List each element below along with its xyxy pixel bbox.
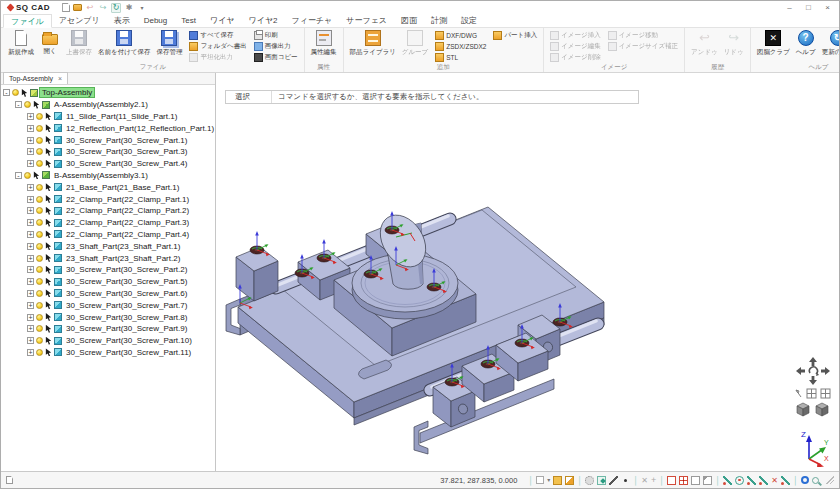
zoom-indicator-icon[interactable] <box>801 476 809 484</box>
tree-row[interactable]: + 30_Screw_Part(30_Screw_Part.3) <box>1 146 215 158</box>
ribbon-button[interactable]: グループ <box>399 29 431 57</box>
tree-node-label[interactable]: 30_Screw_Part(30_Screw_Part.11) <box>64 348 193 357</box>
menu-tab[interactable]: ファイル <box>3 14 52 28</box>
plus-cursor-toggle[interactable]: + <box>651 476 656 485</box>
ribbon-button[interactable]: ヘルプ <box>793 29 819 57</box>
snap-midpoint-toggle[interactable] <box>747 476 756 485</box>
ribbon-button-small[interactable]: イメージ削除 <box>547 52 603 63</box>
tree-row[interactable]: - Top-Assembly <box>1 87 215 99</box>
menu-tab[interactable]: ワイヤ2 <box>242 14 285 27</box>
tree-node-label[interactable]: 22_Clamp_Part(22_Clamp_Part.1) <box>64 195 191 204</box>
redo-icon[interactable]: ↪ <box>98 3 108 13</box>
tree-node-label[interactable]: A-Assembly(Assembly2.1) <box>52 100 150 109</box>
pan-arrows-pad[interactable] <box>795 356 831 386</box>
minimize-button[interactable]: – <box>780 1 799 14</box>
tree-row[interactable]: + 12_Reflection_Part(12_Reflection_Part.… <box>1 122 215 134</box>
tree-row[interactable]: + 30_Screw_Part(30_Screw_Part.5) <box>1 276 215 288</box>
ribbon-button-small[interactable]: STL <box>432 52 489 63</box>
visibility-bulb-icon[interactable] <box>36 231 43 238</box>
visibility-bulb-icon[interactable] <box>12 89 19 96</box>
snap-settings-gear-icon[interactable] <box>585 476 594 485</box>
assembly-3d-model[interactable] <box>224 137 624 455</box>
tree-row[interactable]: + 22_Clamp_Part(22_Clamp_Part.2) <box>1 205 215 217</box>
ribbon-button-small[interactable]: DXF/DWG <box>432 30 489 41</box>
ribbon-button[interactable]: リドゥ <box>721 29 747 57</box>
iso-view-cubes[interactable] <box>796 401 830 417</box>
tree-tab-top-assembly[interactable]: Top-Assembly × <box>3 72 68 84</box>
menu-tab[interactable]: アセンブリ <box>52 14 107 27</box>
visibility-bulb-icon[interactable] <box>36 148 43 155</box>
menu-tab[interactable]: 表示 <box>107 14 137 27</box>
tree-node-label[interactable]: 30_Screw_Part(30_Screw_Part.7) <box>64 301 189 310</box>
tree-expander[interactable]: + <box>27 196 34 203</box>
snap-endpoint-toggle[interactable] <box>723 476 732 485</box>
tree-expander[interactable]: + <box>27 219 34 226</box>
visibility-bulb-icon[interactable] <box>36 184 43 191</box>
ribbon-button[interactable]: 上書保存 <box>63 29 95 57</box>
tree-expander[interactable]: + <box>27 184 34 191</box>
snap-line-toggle[interactable] <box>609 476 618 485</box>
menu-tab[interactable]: フィーチャ <box>285 14 340 27</box>
tree-node-label[interactable]: 21_Base_Part(21_Base_Part.1) <box>64 183 181 192</box>
ribbon-button-small[interactable]: 画像出力 <box>251 41 301 52</box>
tree-expander[interactable]: + <box>27 325 34 332</box>
more-dropdown-icon[interactable]: ▾ <box>137 3 147 13</box>
filter-dropdown-icon[interactable]: ▾ <box>547 476 550 485</box>
ribbon-button[interactable]: 保存管理 <box>153 29 185 57</box>
tree-node-label[interactable]: Top-Assembly <box>40 88 94 97</box>
layer-edit-icon[interactable] <box>565 476 574 485</box>
menu-tab[interactable]: 設定 <box>454 14 484 27</box>
display-filter-checkbox[interactable] <box>536 476 544 484</box>
tree-row[interactable]: + 23_Shaft_Part(23_Shaft_Part.1) <box>1 240 215 252</box>
tree-node-label[interactable]: 22_Clamp_Part(22_Clamp_Part.3) <box>64 218 191 227</box>
tree-node-label[interactable]: 30_Screw_Part(30_Screw_Part.4) <box>64 159 189 168</box>
tree-row[interactable]: + 23_Shaft_Part(23_Shaft_Part.2) <box>1 252 215 264</box>
visibility-bulb-icon[interactable] <box>36 302 43 309</box>
snap-point-toggle[interactable] <box>621 476 630 485</box>
visibility-bulb-icon[interactable] <box>36 125 43 132</box>
tree-expander[interactable]: - <box>15 101 22 108</box>
tree-node-label[interactable]: 23_Shaft_Part(23_Shaft_Part.1) <box>64 242 182 251</box>
tree-row[interactable]: + 22_Clamp_Part(22_Clamp_Part.1) <box>1 193 215 205</box>
tree-row[interactable]: - B-Assembly(Assembly3.1) <box>1 170 215 182</box>
tree-expander[interactable]: + <box>27 137 34 144</box>
tree-row[interactable]: + 22_Clamp_Part(22_Clamp_Part.3) <box>1 217 215 229</box>
partial-select-toggle[interactable] <box>703 476 712 485</box>
snap-nearest-toggle[interactable] <box>759 476 768 485</box>
box-select-toggle[interactable] <box>691 476 700 485</box>
tree-expander[interactable]: + <box>27 160 34 167</box>
ribbon-button-small[interactable]: イメージ移動 <box>605 30 681 41</box>
tree-node-label[interactable]: 12_Reflection_Part(12_Reflection_Part.1) <box>64 124 215 133</box>
ribbon-button[interactable]: 属性編集 <box>308 29 340 57</box>
settings-gear-icon[interactable]: ✱ <box>124 3 134 13</box>
rotate-view-icon[interactable]: ↻ <box>111 3 121 13</box>
menu-tab[interactable]: Debug <box>137 14 175 27</box>
tree-expander[interactable]: + <box>27 207 34 214</box>
tree-node-label[interactable]: 30_Screw_Part(30_Screw_Part.8) <box>64 313 189 322</box>
snap-perpendicular-toggle[interactable] <box>781 476 790 485</box>
tree-row[interactable]: + 30_Screw_Part(30_Screw_Part.6) <box>1 288 215 300</box>
tree-expander[interactable]: + <box>27 255 34 262</box>
ribbon-button[interactable]: 名前を付けて保存 <box>95 29 153 57</box>
visibility-bulb-icon[interactable] <box>36 207 43 214</box>
tree-expander[interactable]: + <box>27 314 34 321</box>
tree-expander[interactable]: + <box>27 266 34 273</box>
tab-close-icon[interactable]: × <box>58 75 62 82</box>
tree-node-label[interactable]: 30_Screw_Part(30_Screw_Part.3) <box>64 147 189 156</box>
ribbon-button[interactable]: 新規作成 <box>5 29 37 57</box>
menu-tab[interactable]: ワイヤ <box>203 14 242 27</box>
visibility-bulb-icon[interactable] <box>36 160 43 167</box>
menu-tab[interactable]: 図面 <box>394 14 424 27</box>
tree-node-label[interactable]: 30_Screw_Part(30_Screw_Part.6) <box>64 289 189 298</box>
snap-intersection-toggle[interactable]: ✕ <box>771 476 778 485</box>
tree-row[interactable]: + 21_Base_Part(21_Base_Part.1) <box>1 181 215 193</box>
tree-row[interactable]: + 30_Screw_Part(30_Screw_Part.8) <box>1 311 215 323</box>
visibility-bulb-icon[interactable] <box>36 243 43 250</box>
tree-expander[interactable]: + <box>27 113 34 120</box>
ribbon-button-small[interactable]: 印刷 <box>251 30 301 41</box>
ribbon-button-small[interactable]: フォルダへ書出 <box>186 41 249 52</box>
resize-grip[interactable] <box>826 476 834 484</box>
ribbon-button[interactable]: 部品ライブラリ <box>347 29 399 57</box>
tree-expander[interactable]: + <box>27 231 34 238</box>
tree-expander[interactable]: - <box>3 89 10 96</box>
